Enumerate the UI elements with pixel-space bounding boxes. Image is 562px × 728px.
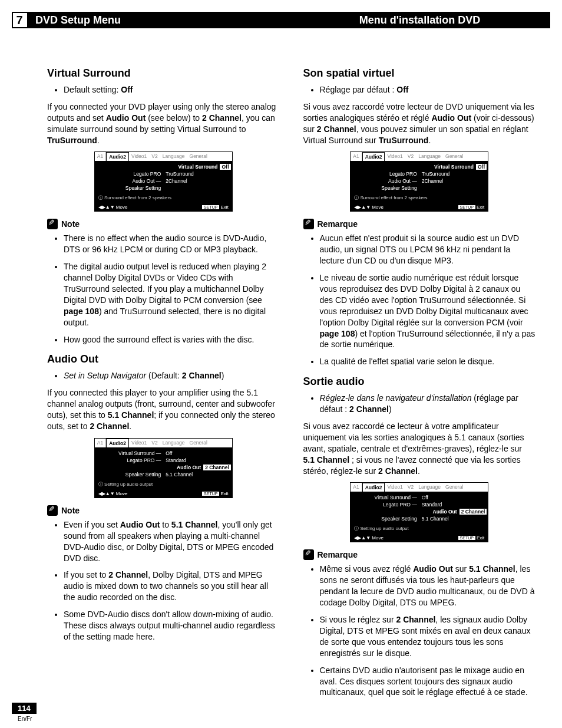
- osd-exit: SETUPExit: [458, 535, 485, 541]
- body-text: Si vous avez raccordé ce lecteur à votre…: [303, 421, 536, 476]
- osd-value: Off: [476, 164, 487, 170]
- osd-tab: V2: [149, 152, 160, 161]
- osd-label: Virtual Surround: [352, 164, 476, 170]
- text-bold: 2 Channel: [90, 421, 129, 431]
- text-bold: 5.1 Channel: [303, 455, 350, 465]
- chapter-title-fr: Menu d'installation DVD: [289, 14, 550, 27]
- body-text: Si vous avez raccordé votre lecteur de D…: [303, 101, 536, 146]
- text: SETUP: [202, 492, 219, 496]
- text-bold: Off: [121, 85, 133, 94]
- osd-tab: Video1: [385, 152, 405, 161]
- text: .: [428, 136, 431, 145]
- list-item: Réglage par défaut : Off: [320, 84, 536, 95]
- text: Default setting:: [64, 85, 121, 94]
- osd-tab: A1: [95, 439, 106, 447]
- note-label: Note: [61, 219, 80, 229]
- osd-tab: A1: [351, 152, 362, 161]
- list-item: Même si vous avez réglé Audio Out sur 5.…: [320, 564, 536, 608]
- text: .: [129, 421, 131, 431]
- language-note: En/Fr: [18, 716, 32, 722]
- text-bold: 2 Channel: [108, 570, 148, 579]
- text: Si vous avez raccordé ce lecteur à votre…: [303, 421, 524, 453]
- osd-value: 5.1 Channel: [163, 472, 231, 477]
- osd-label: Virtual Surround —: [96, 450, 164, 456]
- text-bold: 5.1 Channel: [108, 410, 154, 420]
- text: SETUP: [202, 205, 219, 209]
- note-heading: Note: [47, 219, 280, 229]
- text-bold: Off: [396, 85, 408, 94]
- text: Exit: [477, 205, 484, 210]
- osd-tab: Language: [160, 439, 187, 447]
- text-bold: 2 Channel: [182, 371, 222, 380]
- osd-hint: ⓘ Surround effect from 2 speakers: [95, 192, 232, 203]
- osd-value: Standard: [163, 457, 231, 463]
- text: If you set to: [64, 570, 108, 579]
- osd-move: ◀▶▲▼ Move: [354, 535, 384, 541]
- note-label: Remarque: [318, 219, 358, 229]
- chapter-number: 7: [12, 12, 28, 28]
- text-bold: Audio Out: [413, 564, 453, 574]
- osd-label: Speaker Setting: [352, 516, 419, 522]
- default-list: Réglez-le dans le navigateur d'installat…: [303, 393, 536, 415]
- english-column: Virtual Surround Default setting: Off If…: [47, 59, 280, 693]
- text: Exit: [220, 205, 228, 210]
- text-italic: Réglez-le dans le navigateur d'installat…: [320, 393, 472, 403]
- osd-tab-active: Audio2: [362, 152, 385, 161]
- osd-label: Legato PRO —: [352, 502, 419, 508]
- osd-exit: SETUPExit: [202, 205, 229, 210]
- osd-tab: General: [187, 152, 210, 161]
- osd-label: Audio Out: [352, 509, 459, 515]
- osd-tab-active: Audio2: [106, 152, 129, 161]
- body-text: If you connected this player to your amp…: [47, 387, 280, 432]
- text: Le niveau de sortie audio numérique est …: [320, 273, 528, 327]
- text: .: [418, 466, 420, 476]
- osd-tab: Video1: [129, 152, 149, 161]
- text-bold: Audio Out: [431, 113, 471, 123]
- list-item: Si vous le réglez sur 2 Channel, les sig…: [320, 614, 536, 659]
- note-list: Even if you set Audio Out to 5.1 Channel…: [47, 519, 280, 643]
- osd-value: TruSurround: [163, 171, 231, 177]
- osd-screenshot-virtual-surround-fr: A1Audio2Video1V2LanguageGeneral Virtual …: [350, 151, 488, 212]
- osd-label: Speaker Setting: [96, 185, 164, 191]
- osd-value: 2Channel: [163, 178, 231, 184]
- osd-tab: Language: [416, 152, 443, 161]
- osd-value: Off: [419, 495, 487, 500]
- text-bold: page 108: [320, 329, 355, 338]
- osd-tab: V2: [405, 483, 416, 492]
- osd-value: Off: [220, 164, 230, 170]
- osd-tab: A1: [95, 152, 106, 161]
- body-text: If you connected your DVD player using o…: [47, 101, 280, 146]
- osd-label: Legato PRO: [352, 171, 419, 177]
- text-bold: 2 Channel: [202, 113, 242, 123]
- list-item: Even if you set Audio Out to 5.1 Channel…: [64, 519, 280, 564]
- text: (see below) to: [146, 113, 202, 123]
- osd-tab: A1: [351, 483, 362, 492]
- osd-value: TruSurround: [419, 171, 487, 177]
- text: to: [160, 520, 171, 529]
- osd-value: 5.1 Channel: [419, 516, 487, 522]
- text: The digital audio output level is reduce…: [64, 262, 266, 305]
- osd-tab: Language: [416, 483, 443, 492]
- heading-son-spatial: Son spatial virtuel: [303, 67, 536, 80]
- osd-label: Audio Out —: [352, 178, 419, 184]
- osd-screenshot-audio-out-fr: A1Audio2Video1V2LanguageGeneral Virtual …: [350, 482, 488, 542]
- text: (Default:: [146, 371, 182, 380]
- text: Move: [372, 205, 384, 210]
- text: Move: [116, 205, 128, 210]
- text: Réglage par défaut :: [320, 85, 397, 94]
- text: SETUP: [458, 205, 475, 209]
- osd-tab: General: [187, 439, 210, 447]
- osd-label: Legato PRO: [96, 171, 164, 177]
- note-heading: Remarque: [303, 219, 536, 229]
- text-bold: Audio Out: [120, 520, 160, 529]
- text: Move: [116, 491, 128, 496]
- list-item: How good the surround effect is varies w…: [64, 334, 280, 345]
- note-icon: [47, 505, 58, 516]
- text-italic: Set in Setup Navigator: [64, 371, 146, 380]
- text-bold: TruSurround: [379, 136, 429, 145]
- note-list: There is no effect when the audio source…: [47, 233, 280, 345]
- osd-value: 2Channel: [419, 178, 487, 184]
- osd-hint: ⓘ Surround effect from 2 speakers: [351, 192, 488, 203]
- osd-tab-active: Audio2: [106, 439, 129, 447]
- default-list: Set in Setup Navigator (Default: 2 Chann…: [47, 370, 280, 381]
